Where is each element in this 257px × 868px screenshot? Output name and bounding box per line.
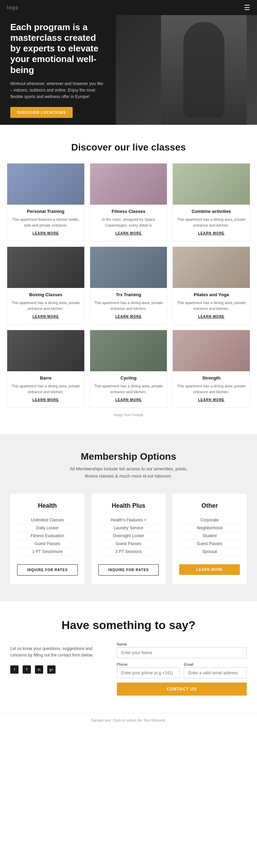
- hero-section: Each program is a masterclass created by…: [0, 15, 257, 125]
- class-desc: This apartment has a dining area, privat…: [177, 383, 246, 395]
- hamburger-menu-icon[interactable]: ☰: [244, 3, 250, 12]
- class-name: Strength: [177, 375, 246, 381]
- class-card: Cycling This apartment has a dining area…: [90, 330, 168, 408]
- footer-note: Sample text. Click to select the Text El…: [0, 713, 257, 727]
- class-info: Combine activities This apartment has a …: [173, 205, 250, 241]
- learn-more-link[interactable]: LEARN MORE: [94, 315, 163, 320]
- contact-layout: Let us know your questions, suggestions …: [10, 642, 247, 696]
- learn-more-link[interactable]: LEARN MORE: [177, 398, 246, 403]
- hero-subtitle: Workout whenever, wherever and however y…: [10, 81, 106, 100]
- class-name: Barre: [11, 375, 80, 381]
- class-image: [90, 330, 167, 371]
- phone-input[interactable]: [117, 667, 180, 678]
- membership-feature: Overnight Locker: [98, 532, 159, 540]
- learn-more-link[interactable]: LEARN MORE: [94, 398, 163, 403]
- membership-card: Health Plus Health's Features +Laundry S…: [91, 494, 166, 584]
- class-desc: This apartment has a dining area, privat…: [177, 300, 246, 311]
- membership-plan-title: Other: [179, 502, 240, 509]
- class-name: Combine activities: [177, 209, 246, 214]
- learn-more-link[interactable]: LEARN MORE: [11, 231, 80, 237]
- learn-more-link[interactable]: LEARN MORE: [11, 315, 80, 320]
- social-icons: f𝕥ing+: [10, 665, 103, 674]
- class-card: Strength This apartment has a dining are…: [172, 330, 250, 408]
- class-card: Combine activities This apartment has a …: [172, 163, 250, 241]
- live-classes-section: Discover our live classes Personal Train…: [0, 125, 257, 434]
- class-desc: This apartment has a dining area, privat…: [94, 383, 163, 395]
- class-info: Barre This apartment has a dining area, …: [7, 371, 84, 408]
- name-field: Name: [117, 642, 247, 658]
- membership-section: Membership Options All Memberships inclu…: [0, 434, 257, 601]
- membership-feature: 1 PT Sessionure: [17, 548, 78, 556]
- class-info: Fitness Classes In the room, designed by…: [90, 205, 167, 241]
- class-name: Personal Training: [11, 209, 80, 214]
- membership-card: Health Unlimited ClassesDaily LockerFitn…: [10, 494, 85, 584]
- class-image: [173, 164, 250, 205]
- membership-plan-title: Health Plus: [98, 502, 159, 509]
- membership-grid: Health Unlimited ClassesDaily LockerFitn…: [10, 494, 247, 584]
- class-card: Trx Training This apartment has a dining…: [90, 246, 168, 325]
- learn-more-link[interactable]: LEARN MORE: [177, 231, 246, 237]
- membership-card: Other CorporateNeighborhoodStudentGuest …: [172, 494, 247, 584]
- email-input[interactable]: [184, 667, 247, 678]
- membership-plan-title: Health: [17, 502, 78, 509]
- membership-cta-button[interactable]: LEARN MORE: [179, 564, 240, 575]
- twitter-icon[interactable]: 𝕥: [23, 665, 31, 674]
- membership-feature: Daily Locker: [17, 524, 78, 532]
- class-image: [173, 247, 250, 288]
- phone-label: Phone: [117, 662, 180, 666]
- class-desc: This apartment has a dining area, privat…: [94, 300, 163, 311]
- class-image: [7, 330, 84, 371]
- learn-more-link[interactable]: LEARN MORE: [11, 398, 80, 403]
- class-image: [7, 164, 84, 205]
- class-info: Pilates and Yoga This apartment has a di…: [173, 288, 250, 324]
- contact-section: Have something to say? Let us know your …: [0, 601, 257, 713]
- name-label: Name: [117, 642, 247, 646]
- membership-feature: Neighborhood: [179, 524, 240, 532]
- contact-us-button[interactable]: CONTACT US: [117, 683, 247, 696]
- membership-feature: Laundry Service: [98, 524, 159, 532]
- google-plus-icon[interactable]: g+: [47, 665, 56, 674]
- email-label: Email: [184, 662, 247, 666]
- membership-feature: 3 PT Sessions: [98, 548, 159, 556]
- classes-grid: Personal Training This apartment feature…: [7, 163, 250, 408]
- discover-locations-button[interactable]: DISCOVER LOCATIONS: [10, 107, 73, 118]
- class-info: Cycling This apartment has a dining area…: [90, 371, 167, 408]
- class-image: [90, 247, 167, 288]
- membership-cta-button[interactable]: INQUIRE FOR RATES: [98, 564, 159, 576]
- phone-email-row: Phone Email: [117, 662, 247, 678]
- learn-more-link[interactable]: LEARN MORE: [177, 315, 246, 320]
- class-desc: This apartment has a dining area, privat…: [177, 217, 246, 228]
- contact-left: Let us know your questions, suggestions …: [10, 642, 103, 674]
- name-input[interactable]: [117, 647, 247, 658]
- membership-features: CorporateNeighborhoodStudentGuest Passes…: [179, 516, 240, 556]
- class-info: Strength This apartment has a dining are…: [173, 371, 250, 408]
- facebook-icon[interactable]: f: [10, 665, 19, 674]
- learn-more-link[interactable]: LEARN MORE: [94, 231, 163, 237]
- contact-title: Have something to say?: [10, 618, 247, 632]
- hero-title: Each program is a masterclass created by…: [10, 22, 106, 75]
- class-image: [90, 164, 167, 205]
- class-card: Pilates and Yoga This apartment has a di…: [172, 246, 250, 325]
- contact-description: Let us know your questions, suggestions …: [10, 646, 103, 659]
- membership-title: Membership Options: [10, 451, 247, 462]
- class-card: Boxing Classes This apartment has a dini…: [7, 246, 85, 325]
- membership-feature: Spousal: [179, 548, 240, 556]
- membership-feature: Health's Features +: [98, 516, 159, 524]
- class-info: Boxing Classes This apartment has a dini…: [7, 288, 84, 324]
- class-info: Personal Training This apartment feature…: [7, 205, 84, 241]
- hero-content: Each program is a masterclass created by…: [0, 15, 117, 125]
- contact-form: Name Phone Email CONTACT US: [117, 642, 247, 696]
- class-name: Pilates and Yoga: [177, 292, 246, 297]
- membership-feature: Fitness Evaluation: [17, 532, 78, 540]
- class-desc: In the room, designed by Space Copenhage…: [94, 217, 163, 228]
- membership-cta-button[interactable]: INQUIRE FOR RATES: [17, 564, 78, 576]
- membership-feature: Guest Passes: [98, 540, 159, 548]
- class-card: Barre This apartment has a dining area, …: [7, 330, 85, 408]
- class-desc: This apartment has a dining area, privat…: [11, 300, 80, 311]
- logo: logo: [7, 5, 19, 10]
- membership-feature: Student: [179, 532, 240, 540]
- class-name: Fitness Classes: [94, 209, 163, 214]
- membership-subtitle: All Memberships include full access to o…: [69, 466, 188, 480]
- membership-features: Unlimited ClassesDaily LockerFitness Eva…: [17, 516, 78, 556]
- instagram-icon[interactable]: in: [35, 665, 43, 674]
